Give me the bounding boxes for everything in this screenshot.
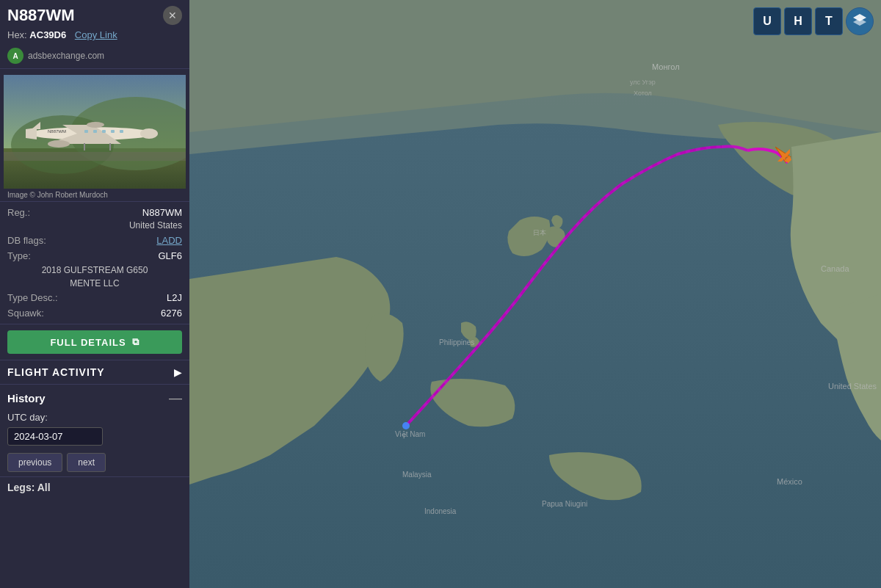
- svg-rect-16: [111, 130, 115, 133]
- svg-text:Indonesia: Indonesia: [424, 507, 457, 515]
- map-btn-u[interactable]: U: [753, 7, 781, 35]
- full-details-label: FULL DETAILS: [50, 337, 126, 348]
- db-flags-value[interactable]: LADD: [156, 235, 182, 246]
- next-button[interactable]: next: [67, 453, 106, 472]
- utc-day-label: UTC day:: [0, 409, 189, 424]
- svg-rect-13: [84, 130, 88, 133]
- type-desc-value: L2J: [167, 292, 182, 303]
- svg-point-34: [402, 422, 410, 429]
- history-title: History: [7, 392, 46, 404]
- svg-rect-15: [102, 130, 106, 133]
- reg-label: Reg.:: [7, 207, 30, 218]
- sidebar: N887WM ✕ Hex: AC39D6 Copy Link A adsbexc…: [0, 0, 189, 588]
- aircraft-image-bg: N887WM: [4, 75, 186, 189]
- copy-link-button[interactable]: Copy Link: [75, 29, 117, 40]
- external-link-icon: ⧉: [132, 336, 139, 348]
- map[interactable]: Монгол улс Угэр Хотол Canada United Stat…: [189, 0, 881, 588]
- svg-marker-39: [853, 18, 866, 26]
- flight-activity-arrow-icon: ▶: [174, 366, 182, 378]
- country-value: United States: [0, 220, 189, 233]
- svg-text:Canada: Canada: [821, 264, 849, 273]
- svg-text:México: México: [777, 477, 802, 486]
- flight-activity-label: FLIGHT ACTIVITY: [7, 366, 105, 378]
- db-flags-row: DB flags: LADD: [0, 233, 189, 248]
- reg-value: N887WM: [142, 207, 182, 218]
- db-flags-label: DB flags:: [7, 235, 46, 246]
- map-svg: Монгол улс Угэр Хотол Canada United Stat…: [189, 0, 881, 588]
- squawk-value: 6276: [161, 308, 182, 319]
- svg-rect-14: [93, 130, 97, 133]
- adsb-url: adsbexchange.com: [28, 51, 104, 61]
- aircraft-title: N887WM: [7, 6, 75, 25]
- aircraft-svg: N887WM: [4, 75, 186, 189]
- aircraft-info-section: Reg.: N887WM United States DB flags: LAD…: [0, 202, 189, 324]
- history-collapse-button[interactable]: —: [169, 391, 182, 406]
- svg-text:N887WM: N887WM: [48, 129, 66, 134]
- squawk-label: Squawk:: [7, 308, 44, 319]
- svg-text:United States: United States: [828, 382, 877, 391]
- type-row: Type: GLF6: [0, 248, 189, 264]
- legs-label: Legs: All: [0, 476, 189, 498]
- svg-text:Монгол: Монгол: [652, 62, 680, 71]
- type-desc-label: Type Desc.:: [7, 292, 58, 303]
- svg-rect-17: [120, 130, 123, 133]
- map-btn-h[interactable]: H: [784, 7, 812, 35]
- type-desc-row: Type Desc.: L2J: [0, 290, 189, 305]
- type-label: Type:: [7, 250, 31, 261]
- map-layers-button[interactable]: [846, 7, 874, 35]
- svg-point-11: [48, 140, 70, 148]
- squawk-row: Squawk: 6276: [0, 305, 189, 321]
- reg-row: Reg.: N887WM: [0, 205, 189, 220]
- svg-text:日本: 日本: [533, 229, 546, 236]
- date-input[interactable]: [7, 427, 103, 446]
- svg-text:Việt Nam: Việt Nam: [395, 430, 425, 438]
- image-credit: Image © John Robert Murdoch: [0, 189, 189, 202]
- svg-rect-4: [4, 152, 186, 161]
- hex-value: AC39D6: [29, 29, 66, 40]
- hex-row: Hex: AC39D6 Copy Link: [0, 28, 189, 45]
- aircraft-image: N887WM: [4, 75, 186, 189]
- svg-point-12: [87, 122, 104, 128]
- adsb-row: A adsbexchange.com: [0, 45, 189, 69]
- svg-text:Malaysia: Malaysia: [402, 471, 432, 479]
- svg-text:Хотол: Хотол: [634, 90, 652, 97]
- svg-text:Philippines: Philippines: [439, 338, 474, 346]
- map-btn-t[interactable]: T: [815, 7, 843, 35]
- adsb-logo: A: [7, 48, 23, 64]
- svg-text:улс Угэр: улс Угэр: [630, 79, 656, 86]
- map-controls: U H T: [753, 7, 874, 35]
- operator-value: MENTE LLC: [0, 277, 189, 290]
- full-details-button[interactable]: FULL DETAILS ⧉: [7, 330, 182, 354]
- history-header: History —: [0, 384, 189, 409]
- hex-label: Hex:: [7, 29, 27, 40]
- layers-icon: [852, 12, 868, 31]
- close-button[interactable]: ✕: [163, 6, 182, 25]
- svg-marker-7: [26, 128, 37, 139]
- header-row: N887WM ✕: [0, 0, 189, 28]
- type-value: GLF6: [158, 250, 182, 261]
- svg-text:Papua Niugini: Papua Niugini: [542, 500, 587, 508]
- nav-buttons: previous next: [0, 449, 189, 476]
- aircraft-desc: 2018 GULFSTREAM G650: [0, 264, 189, 277]
- date-input-row: [0, 424, 189, 449]
- flight-activity-row[interactable]: FLIGHT ACTIVITY ▶: [0, 360, 189, 384]
- svg-point-6: [140, 128, 158, 139]
- close-icon: ✕: [168, 10, 177, 21]
- previous-button[interactable]: previous: [7, 453, 62, 472]
